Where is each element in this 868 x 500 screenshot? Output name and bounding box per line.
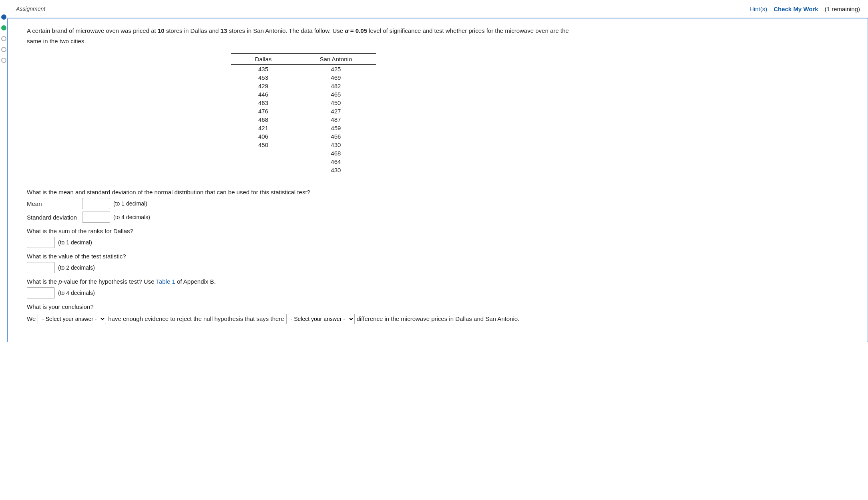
sidebar-dot-5[interactable]: [1, 58, 6, 63]
san-antonio-cell: 430: [295, 166, 376, 174]
dallas-cell: 421: [231, 124, 296, 132]
san-antonio-cell: 456: [295, 132, 376, 141]
sidebar-dot-1[interactable]: [1, 14, 6, 20]
san-antonio-cell: 430: [295, 141, 376, 149]
table-row: 468: [231, 149, 376, 157]
std-input[interactable]: [82, 212, 110, 223]
san-antonio-cell: 487: [295, 115, 376, 124]
san-antonio-cell: 450: [295, 99, 376, 107]
table-row: 450430: [231, 141, 376, 149]
pvalue-row: (to 4 decimals): [27, 287, 580, 298]
dallas-cell: 446: [231, 90, 296, 99]
table-row: 464: [231, 157, 376, 166]
pvalue-input[interactable]: [27, 287, 55, 298]
q1-text: What is the mean and standard deviation …: [27, 189, 580, 196]
q5-text: What is your conclusion?: [27, 303, 580, 310]
p-italic: p: [58, 278, 62, 285]
col-dallas-header: Dallas: [231, 54, 296, 65]
dallas-cell: 406: [231, 132, 296, 141]
top-header: Assignment Hint(s) Check My Work (1 rema…: [0, 0, 868, 18]
table-row: 435425: [231, 65, 376, 73]
q4-text: What is the p-value for the hypothesis t…: [27, 278, 580, 285]
hint-link[interactable]: Hint(s): [749, 6, 767, 12]
main-content: A certain brand of microwave oven was pr…: [20, 18, 592, 336]
mean-label: Mean: [27, 200, 79, 207]
san-antonio-cell: 482: [295, 82, 376, 90]
conclusion-middle: have enough evidence to reject the null …: [108, 313, 284, 324]
mean-input[interactable]: [82, 198, 110, 209]
dallas-cell: 453: [231, 73, 296, 82]
san-antonio-cell: 469: [295, 73, 376, 82]
san-antonio-cell: 468: [295, 149, 376, 157]
pvalue-hint: (to 4 decimals): [58, 290, 95, 296]
san-antonio-cell: 427: [295, 107, 376, 115]
dallas-cell: [231, 149, 296, 157]
sum-ranks-input[interactable]: [27, 237, 55, 248]
table-row: 476427: [231, 107, 376, 115]
table-row: 463450: [231, 99, 376, 107]
alpha-value: α = 0.05: [345, 27, 367, 34]
dallas-cell: 476: [231, 107, 296, 115]
test-stat-hint: (to 2 decimals): [58, 264, 95, 271]
problem-container: A certain brand of microwave oven was pr…: [7, 18, 868, 342]
dallas-cell: [231, 157, 296, 166]
sidebar-dot-3[interactable]: [1, 36, 6, 41]
san-antonio-count: 13: [221, 27, 227, 34]
q3-text: What is the value of the test statistic?: [27, 253, 580, 260]
sum-ranks-hint: (to 1 decimal): [58, 239, 92, 246]
check-my-work-button[interactable]: Check My Work: [774, 6, 818, 12]
sidebar-dot-4[interactable]: [1, 47, 6, 52]
q4-text-before: What is the: [27, 278, 58, 285]
std-label: Standard deviation: [27, 214, 79, 221]
remaining-text: (1 remaining): [825, 6, 860, 12]
table-row: 421459: [231, 124, 376, 132]
mean-row: Mean (to 1 decimal): [27, 198, 580, 209]
table-row: 430: [231, 166, 376, 174]
san-antonio-cell: 425: [295, 65, 376, 73]
sidebar-dot-2[interactable]: [1, 25, 6, 30]
san-antonio-cell: 459: [295, 124, 376, 132]
q2-text: What is the sum of the ranks for Dallas?: [27, 228, 580, 234]
mean-hint: (to 1 decimal): [113, 200, 147, 207]
problem-text-middle2: stores in San Antonio. The data follow. …: [227, 27, 345, 34]
conclusion-end: difference in the microwave prices in Da…: [357, 313, 520, 324]
select-answer-1[interactable]: - Select your answer - do do not: [38, 314, 106, 324]
conclusion-row: We - Select your answer - do do not have…: [27, 313, 580, 324]
problem-text-before: A certain brand of microwave oven was pr…: [27, 27, 158, 34]
dallas-cell: 450: [231, 141, 296, 149]
select-answer-2[interactable]: - Select your answer - is a is no: [286, 314, 355, 324]
dallas-cell: [231, 166, 296, 174]
table-row: 406456: [231, 132, 376, 141]
table1-link[interactable]: Table 1: [156, 278, 175, 285]
sum-ranks-row: (to 1 decimal): [27, 237, 580, 248]
conclusion-we: We: [27, 313, 36, 324]
dallas-cell: 429: [231, 82, 296, 90]
sidebar: [0, 0, 7, 342]
data-table: Dallas San Antonio 435425453469429482446…: [231, 53, 376, 174]
std-row: Standard deviation (to 4 decimals): [27, 212, 580, 223]
dallas-cell: 463: [231, 99, 296, 107]
table-row: 453469: [231, 73, 376, 82]
page-title: Assignment: [8, 3, 53, 14]
problem-text-middle1: stores in Dallas and: [165, 27, 221, 34]
dallas-cell: 468: [231, 115, 296, 124]
col-san-antonio-header: San Antonio: [295, 54, 376, 65]
test-stat-input[interactable]: [27, 262, 55, 273]
data-table-container: Dallas San Antonio 435425453469429482446…: [27, 53, 580, 181]
san-antonio-cell: 464: [295, 157, 376, 166]
std-hint: (to 4 decimals): [113, 214, 150, 220]
q4-text-after: of Appendix B.: [175, 278, 216, 285]
dallas-count: 10: [158, 27, 165, 34]
table-row: 446465: [231, 90, 376, 99]
table-row: 468487: [231, 115, 376, 124]
san-antonio-cell: 465: [295, 90, 376, 99]
test-stat-row: (to 2 decimals): [27, 262, 580, 273]
problem-text: A certain brand of microwave oven was pr…: [27, 26, 580, 46]
dallas-cell: 435: [231, 65, 296, 73]
table-row: 429482: [231, 82, 376, 90]
q4-text-middle: -value for the hypothesis test? Use: [62, 278, 156, 285]
